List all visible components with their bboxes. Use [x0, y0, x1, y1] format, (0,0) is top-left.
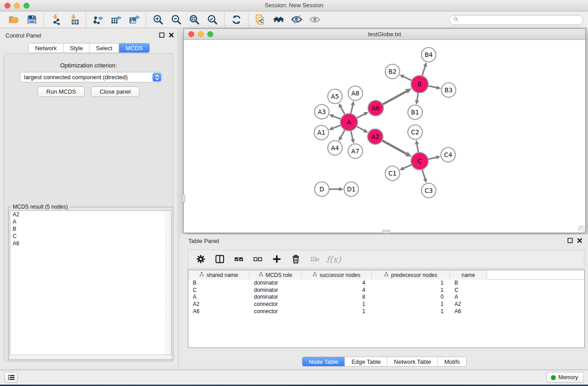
zoom-fit-icon[interactable]	[188, 14, 201, 26]
zoom-out-icon[interactable]	[170, 14, 182, 26]
table-cell[interactable]: 1	[372, 301, 450, 308]
table-cell[interactable]: 1	[372, 287, 450, 294]
delete-column-icon[interactable]	[290, 253, 301, 265]
export-network-icon[interactable]	[91, 14, 104, 26]
tab-mcds[interactable]: MCDS	[119, 43, 149, 52]
table-cell[interactable]: 4	[301, 287, 372, 294]
list-icon[interactable]	[5, 372, 18, 383]
show-columns-icon[interactable]	[214, 253, 225, 265]
zoom-in-icon[interactable]	[152, 14, 164, 26]
table-row[interactable]: Bdominator41B	[188, 280, 584, 287]
network-canvas[interactable]: AA1A2A3A4A5A6A7A8BB1B2B3B4CC1C2C3C4DD1	[184, 40, 585, 233]
splitter-grip-bottom[interactable]	[382, 230, 390, 234]
table-cell[interactable]: A2	[188, 301, 249, 308]
graph-edge-A-A5[interactable]	[341, 107, 345, 115]
graph-edge-B-B4[interactable]	[422, 67, 425, 76]
show-details-icon[interactable]	[308, 14, 321, 26]
column-header-name[interactable]: name	[450, 270, 487, 280]
save-session-icon[interactable]	[25, 14, 38, 26]
table-cell[interactable]: connector	[249, 308, 301, 315]
graph-edge-A2-C[interactable]	[382, 140, 406, 154]
search-box[interactable]	[449, 15, 583, 25]
home-layout-icon[interactable]	[272, 14, 285, 26]
splitter-grip-left[interactable]	[182, 195, 185, 202]
tab-style[interactable]: Style	[63, 43, 89, 52]
float-panel-icon[interactable]	[159, 32, 165, 38]
column-header-successor-nodes[interactable]: successor nodes	[301, 270, 372, 280]
mcds-result-item[interactable]: A6	[10, 240, 171, 248]
mcds-result-item[interactable]: C	[10, 233, 171, 240]
table-cell[interactable]: 1	[301, 308, 372, 315]
graph-edge-A-A1[interactable]	[333, 125, 341, 129]
deselect-all-icon[interactable]	[252, 253, 263, 265]
import-network-icon[interactable]	[49, 14, 62, 26]
mcds-result-list[interactable]: A2ABCA6	[10, 210, 172, 355]
export-table-icon[interactable]	[110, 14, 122, 26]
graph-edge-C-C4[interactable]	[428, 157, 436, 159]
table-cell[interactable]: A6	[188, 308, 249, 315]
table-cell[interactable]: dominator	[249, 280, 301, 287]
graph-edge-A-A8[interactable]	[351, 105, 353, 114]
graph-edge-A-A2[interactable]	[357, 126, 364, 130]
scrollbar-track-horizontal[interactable]	[10, 355, 172, 359]
table-cell[interactable]: 4	[301, 280, 372, 287]
table-cell[interactable]: C	[450, 287, 487, 294]
column-header-predecessor-nodes[interactable]: predecessor nodes	[372, 270, 450, 280]
table-cell[interactable]: A	[188, 294, 249, 301]
import-table-icon[interactable]	[67, 14, 80, 26]
tab-edge-table[interactable]: Edge Table	[344, 357, 387, 366]
graph-edge-A-A7[interactable]	[351, 131, 353, 139]
graph-edge-A6-B[interactable]	[382, 91, 406, 105]
hide-details-icon[interactable]	[290, 14, 303, 26]
tab-motifs[interactable]: Motifs	[437, 357, 466, 366]
close-panel-icon[interactable]	[168, 32, 174, 38]
column-header-shared-name[interactable]: shared name	[188, 270, 249, 280]
table-cell[interactable]: C	[188, 287, 249, 294]
graph-edge-C-C1[interactable]	[404, 165, 412, 168]
search-input[interactable]	[461, 17, 579, 23]
table-cell[interactable]: A2	[450, 301, 487, 308]
tab-node-table[interactable]: Node Table	[302, 357, 345, 366]
resize-grip-icon[interactable]	[578, 225, 585, 232]
table-cell[interactable]: 0	[372, 294, 450, 301]
clone-network-icon[interactable]	[254, 14, 267, 26]
add-column-icon[interactable]	[271, 253, 282, 265]
close-panel-icon[interactable]	[577, 238, 583, 243]
graph-edge-A-A6[interactable]	[357, 114, 364, 118]
table-row[interactable]: Cdominator41C	[188, 287, 584, 294]
close-panel-button[interactable]: Close panel	[91, 86, 139, 97]
graph-edge-C-C2[interactable]	[417, 144, 418, 153]
table-row[interactable]: Adominator80A	[188, 294, 584, 301]
graph-edge-B-B2[interactable]	[403, 76, 411, 81]
graph-edge-A-A4[interactable]	[341, 130, 345, 138]
table-cell[interactable]: 1	[372, 308, 450, 315]
table-cell[interactable]: dominator	[249, 294, 301, 301]
table-cell[interactable]: B	[450, 280, 487, 287]
table-cell[interactable]: B	[188, 280, 249, 287]
table-cell[interactable]: dominator	[249, 287, 301, 294]
mcds-result-item[interactable]: A	[10, 218, 171, 225]
table-cell[interactable]: A	[450, 294, 487, 301]
optimization-select[interactable]: largest connected component (directed)	[20, 72, 162, 82]
mcds-result-item[interactable]: B	[10, 225, 171, 233]
table-row[interactable]: A6connector11A6	[188, 308, 584, 315]
table-cell[interactable]: 1	[301, 301, 372, 308]
refresh-layout-icon[interactable]	[230, 14, 243, 26]
table-cell[interactable]: connector	[249, 301, 301, 308]
open-file-icon[interactable]	[7, 14, 20, 26]
table-cell[interactable]: 8	[301, 294, 372, 301]
run-mcds-button[interactable]: Run MCDS	[38, 86, 85, 97]
mcds-result-item[interactable]: A2	[10, 211, 171, 218]
float-panel-icon[interactable]	[567, 238, 573, 243]
graph-edge-B-B1[interactable]	[417, 93, 418, 100]
table-cell[interactable]: 1	[372, 280, 450, 287]
table-row[interactable]: A2connector11A2	[188, 301, 584, 308]
graph-edge-C-C3[interactable]	[422, 169, 425, 179]
table-cell[interactable]: A6	[450, 308, 487, 315]
column-header-MCDS-role[interactable]: MCDS role	[249, 270, 301, 280]
graph-edge-A-A3[interactable]	[333, 116, 341, 119]
select-all-icon[interactable]	[233, 253, 244, 265]
tab-network-table[interactable]: Network Table	[387, 357, 437, 366]
export-image-icon[interactable]	[128, 14, 140, 26]
settings-gear-icon[interactable]	[195, 253, 206, 265]
